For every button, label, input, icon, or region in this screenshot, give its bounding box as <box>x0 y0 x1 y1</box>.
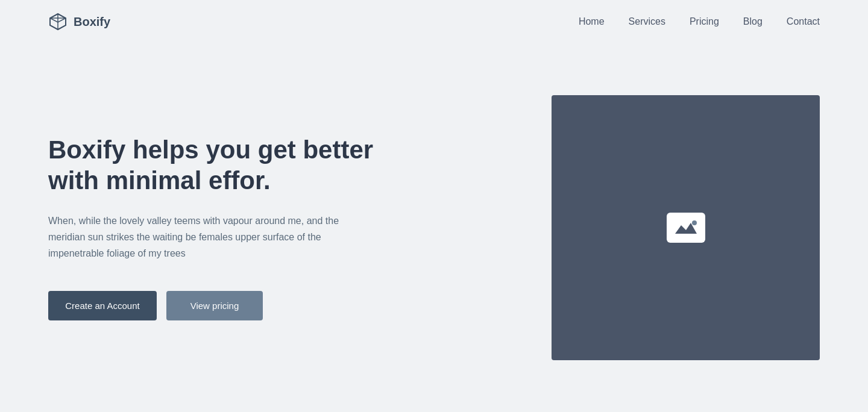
nav-services[interactable]: Services <box>629 16 665 27</box>
brand-name: Boxify <box>74 15 110 29</box>
hero-cta-group: Create an Account View pricing <box>48 291 398 320</box>
site-header: Boxify Home Services Pricing Blog Contac… <box>0 0 868 43</box>
nav-blog[interactable]: Blog <box>743 16 763 27</box>
view-pricing-button[interactable]: View pricing <box>166 291 263 320</box>
mountain-image-icon <box>671 217 700 239</box>
hero-image-placeholder <box>552 95 820 360</box>
svg-rect-0 <box>671 217 700 239</box>
hero-title: Boxify helps you get better with minimal… <box>48 135 398 196</box>
nav-home[interactable]: Home <box>579 16 605 27</box>
image-icon <box>667 213 705 243</box>
hero-content: Boxify helps you get better with minimal… <box>48 135 398 320</box>
nav-contact[interactable]: Contact <box>787 16 820 27</box>
logo[interactable]: Boxify <box>48 12 110 31</box>
logo-icon <box>48 12 68 31</box>
hero-description: When, while the lovely valley teems with… <box>48 213 350 262</box>
nav-pricing[interactable]: Pricing <box>690 16 719 27</box>
main-nav: Home Services Pricing Blog Contact <box>579 16 820 27</box>
svg-point-1 <box>692 220 697 225</box>
create-account-button[interactable]: Create an Account <box>48 291 157 320</box>
hero-section: Boxify helps you get better with minimal… <box>0 43 868 412</box>
